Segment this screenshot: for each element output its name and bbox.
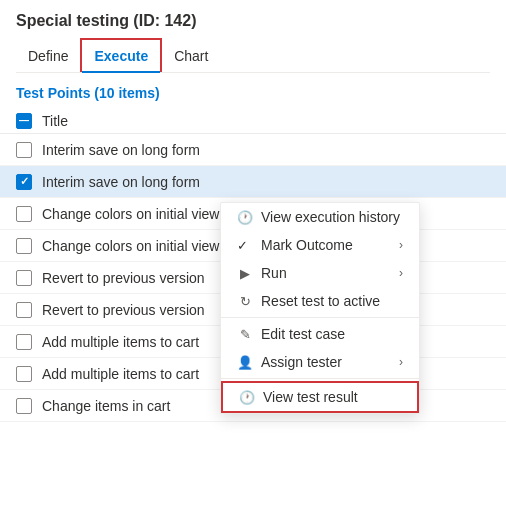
list-item-highlighted[interactable]: Interim save on long form 🕐 View executi… [0,166,506,198]
tab-execute[interactable]: Execute [80,38,162,72]
edit-icon: ✎ [237,326,253,342]
menu-label-mark-outcome: Mark Outcome [261,237,353,253]
context-menu: 🕐 View execution history ✓ Mark Outcome … [220,202,420,414]
menu-item-view-test-result[interactable]: 🕐 View test result [221,381,419,413]
menu-item-view-execution-history[interactable]: 🕐 View execution history [221,203,419,231]
menu-label-edit-test-case: Edit test case [261,326,345,342]
item-checkbox-2[interactable] [16,174,32,190]
item-label-8: Add multiple items to cart [42,366,199,382]
page: Special testing (ID: 142) Define Execute… [0,0,506,514]
item-checkbox-9[interactable] [16,398,32,414]
section-title: Test Points (10 items) [0,73,506,109]
menu-item-assign-tester[interactable]: 👤 Assign tester › [221,348,419,376]
item-checkbox-6[interactable] [16,302,32,318]
menu-divider-2 [221,378,419,379]
tab-chart[interactable]: Chart [162,40,220,72]
reset-icon: ↻ [237,293,253,309]
item-checkbox-3[interactable] [16,206,32,222]
person-icon: 👤 [237,354,253,370]
page-title: Special testing (ID: 142) [16,12,490,30]
item-checkbox-7[interactable] [16,334,32,350]
item-label-6: Revert to previous version [42,302,205,318]
clock-icon-2: 🕐 [239,389,255,405]
arrow-icon-1: › [399,238,403,252]
item-checkbox-1[interactable] [16,142,32,158]
list-item[interactable]: Interim save on long form [0,134,506,166]
menu-label-reset-test: Reset test to active [261,293,380,309]
menu-item-run[interactable]: ▶ Run › [221,259,419,287]
item-checkbox-8[interactable] [16,366,32,382]
menu-item-edit-test-case[interactable]: ✎ Edit test case [221,320,419,348]
item-label-1: Interim save on long form [42,142,200,158]
check-icon: ✓ [237,238,253,253]
tabs: Define Execute Chart [16,38,490,73]
item-label-4: Change colors on initial view [42,238,219,254]
list-header-row: Title [0,109,506,134]
item-checkbox-4[interactable] [16,238,32,254]
menu-label-view-test-result: View test result [263,389,358,405]
menu-item-mark-outcome[interactable]: ✓ Mark Outcome › [221,231,419,259]
header: Special testing (ID: 142) Define Execute… [0,0,506,73]
tab-define[interactable]: Define [16,40,80,72]
section-label: Test Points [16,85,94,101]
arrow-icon-2: › [399,266,403,280]
item-label-3: Change colors on initial view [42,206,219,222]
test-points-list: Title Interim save on long form Interim … [0,109,506,422]
content-area: Title Interim save on long form Interim … [0,109,506,514]
clock-icon-1: 🕐 [237,209,253,225]
item-label-2: Interim save on long form [42,174,200,190]
item-label-9: Change items in cart [42,398,170,414]
menu-item-reset-test[interactable]: ↻ Reset test to active [221,287,419,315]
section-count: (10 items) [94,85,159,101]
header-checkbox[interactable] [16,113,32,129]
item-checkbox-5[interactable] [16,270,32,286]
menu-label-run: Run [261,265,287,281]
item-label-5: Revert to previous version [42,270,205,286]
menu-label-view-execution-history: View execution history [261,209,400,225]
play-icon: ▶ [237,265,253,281]
column-title-label: Title [42,113,68,129]
menu-label-assign-tester: Assign tester [261,354,342,370]
item-label-7: Add multiple items to cart [42,334,199,350]
menu-divider-1 [221,317,419,318]
arrow-icon-3: › [399,355,403,369]
